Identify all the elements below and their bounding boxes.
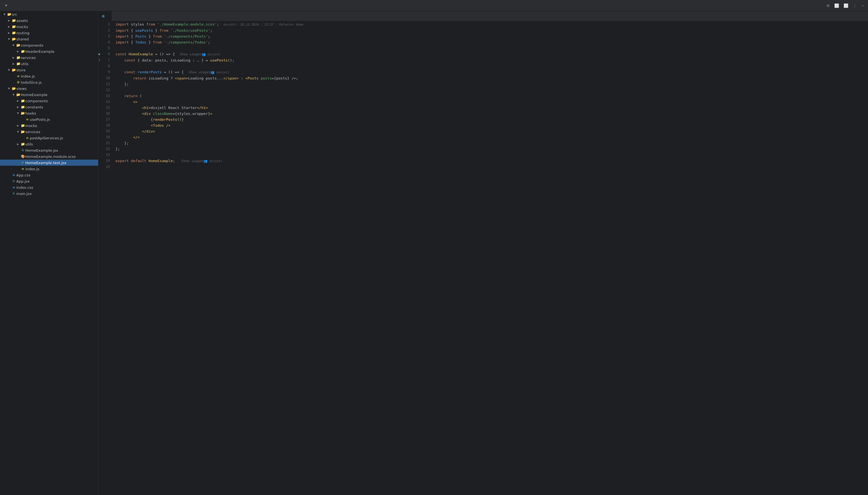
tree-item-label: HomeExample.jsx <box>25 148 58 153</box>
code-line-15: 15 <h1>dsvjetl React Starter</h1> <box>98 105 868 111</box>
tree-item-shared[interactable]: ▼📂shared <box>0 36 98 42</box>
line-content: return ( <box>116 93 862 99</box>
tree-item-label: mocks <box>25 124 37 128</box>
folder-closed-arrow[interactable]: ▶ <box>16 124 20 127</box>
tree-item-HomeExample-scss[interactable]: 🎨HomeExample.module.scss <box>0 153 98 159</box>
title-bar: ▼ ⚙ ⬜ ⬜ ⋮ − <box>0 0 868 11</box>
tree-item-HeaderExample[interactable]: ▶📁HeaderExample <box>0 48 98 54</box>
code-line-12: 12 <box>98 87 868 93</box>
code-line-9: 9 const renderPosts = () => { Show usage… <box>98 69 868 75</box>
folder-icon: 📁 <box>20 105 25 109</box>
tree-item-HomeExample-dir[interactable]: ▼📂HomeExample <box>0 91 98 98</box>
code-line-8: 8 <box>98 63 868 69</box>
layout-icon[interactable]: ⬜ <box>844 3 848 8</box>
folder-closed-arrow[interactable]: ▶ <box>16 106 20 108</box>
tree-item-constants[interactable]: ▶📁constants <box>0 104 98 110</box>
folder-closed-arrow[interactable]: ▶ <box>16 100 20 102</box>
line-number: 15 <box>103 105 116 111</box>
file-icon: ≡ <box>20 167 25 171</box>
folder-open-arrow[interactable]: ▼ <box>7 87 11 90</box>
tree-item-label: HeaderExample <box>25 49 54 54</box>
folder-open-arrow[interactable]: ▼ <box>7 38 11 40</box>
folder-open-arrow[interactable]: ▼ <box>7 69 11 71</box>
code-line-24: 24export default HomeExample; Show usage… <box>98 158 868 164</box>
tree-item-label: main.jsx <box>16 192 32 196</box>
code-line-2: 2import { usePosts } from './hooks/usePo… <box>98 28 868 33</box>
tree-item-HomeExample-test[interactable]: ✔HomeExample.test.jsx <box>0 159 98 166</box>
folder-open-arrow[interactable]: ▼ <box>16 112 20 115</box>
git-blame-info: dsvjetl, 20.12.2024., 22:57 · Refactor H… <box>223 23 304 27</box>
tree-item-src[interactable]: ▼📂src <box>0 11 98 17</box>
tree-item-components-home[interactable]: ▶📁components <box>0 98 98 104</box>
folder-open-arrow[interactable]: ▼ <box>11 44 16 47</box>
tree-item-HomeExample-jsx[interactable]: ⚛HomeExample.jsx <box>0 147 98 153</box>
folder-closed-arrow[interactable]: ▶ <box>16 50 20 53</box>
line-number: 24 <box>103 158 116 164</box>
tree-item-index-css[interactable]: ≡index.css <box>0 184 98 190</box>
tree-item-label: HomeExample <box>21 93 48 97</box>
folder-closed-arrow[interactable]: ▶ <box>16 143 20 146</box>
tree-item-index-home[interactable]: ≡index.js <box>0 166 98 172</box>
folder-closed-arrow[interactable]: ▶ <box>7 25 11 28</box>
tree-item-todoSlice[interactable]: ⚙todoSlice.js <box>0 79 98 85</box>
tree-item-label: constants <box>25 105 43 109</box>
tree-item-store[interactable]: ▼📂store <box>0 67 98 73</box>
folder-open-arrow[interactable]: ▼ <box>11 93 16 96</box>
folder-closed-arrow[interactable]: ▶ <box>11 62 16 65</box>
expand-icon[interactable]: ⬜ <box>834 3 839 8</box>
folder-closed-arrow[interactable]: ▶ <box>7 32 11 34</box>
tree-item-usePosts[interactable]: ≡usePosts.js <box>0 116 98 122</box>
code-line-25: 25 <box>98 164 868 170</box>
tree-item-hooks[interactable]: ▼📂hooks <box>0 110 98 116</box>
editor-tab-home-example[interactable]: ⚙ <box>98 11 112 21</box>
tree-item-mocks[interactable]: ▶📁mocks <box>0 23 98 30</box>
line-content: import styles from './HomeExample.module… <box>116 21 862 28</box>
code-line-7: J7 const { data: posts, isLoading : … } … <box>98 57 868 63</box>
more-icon[interactable]: ⋮ <box>853 3 857 8</box>
code-line-17: 17 {renderPosts()} <box>98 117 868 122</box>
code-editor[interactable]: 1import styles from './HomeExample.modul… <box>98 21 868 495</box>
tree-item-label: index.js <box>25 167 39 171</box>
line-content: import { Posts } from './components/Post… <box>116 33 862 39</box>
folder-icon: 📁 <box>20 99 25 103</box>
line-content: const { data: posts, isLoading : … } = u… <box>116 57 862 63</box>
tree-item-label: App.css <box>16 173 30 177</box>
code-line-13: 13 return ( <box>98 93 868 99</box>
gutter-icon: J <box>98 57 103 63</box>
tree-item-assets[interactable]: ▶📁assets <box>0 17 98 23</box>
tree-item-services[interactable]: ▶📁services <box>0 54 98 61</box>
folder-closed-arrow[interactable]: ▶ <box>7 19 11 22</box>
line-content: <> <box>116 99 862 105</box>
title-bar-left: ▼ <box>3 4 7 7</box>
file-tree-sidebar: ▼📂src▶📁assets▶📁mocks▶📁routing▼📂shared▼📂c… <box>0 11 98 495</box>
tree-item-App-jsx[interactable]: ⚛App.jsx <box>0 178 98 184</box>
tree-item-main-jsx[interactable]: ⚛main.jsx <box>0 190 98 197</box>
folder-closed-arrow[interactable]: ▶ <box>11 56 16 59</box>
settings-icon[interactable]: ⚙ <box>827 3 830 8</box>
tree-item-utils-shared[interactable]: ▶📁utils <box>0 61 98 67</box>
tree-item-components[interactable]: ▼📂components <box>0 42 98 48</box>
line-number: 2 <box>103 28 116 33</box>
line-number: 18 <box>103 122 116 129</box>
line-number: 20 <box>103 134 116 140</box>
line-number: 19 <box>103 129 116 134</box>
tree-item-routing[interactable]: ▶📁routing <box>0 30 98 36</box>
folder-open-arrow[interactable]: ▼ <box>16 130 20 133</box>
tree-item-postApiServices[interactable]: ≡postApiServices.js <box>0 135 98 141</box>
folder-open-arrow[interactable]: ▼ <box>2 13 7 16</box>
tree-item-services-home[interactable]: ▼📂services <box>0 129 98 135</box>
tree-item-index-js[interactable]: ≡index.js <box>0 73 98 79</box>
minimize-icon[interactable]: − <box>861 3 865 8</box>
tree-item-label: routing <box>16 31 29 35</box>
line-number: 3 <box>103 33 116 39</box>
tree-item-App-css[interactable]: ≡App.css <box>0 172 98 178</box>
code-line-23: 23 <box>98 152 868 158</box>
tree-item-mocks-home[interactable]: ▶📁mocks <box>0 122 98 129</box>
tree-item-label: HomeExample.module.scss <box>25 154 76 159</box>
folder-icon: 📁 <box>20 49 25 53</box>
tree-item-utils-home[interactable]: ▶📁utils <box>0 141 98 147</box>
code-line-10: 10 return isLoading ? <span>Loading post… <box>98 75 868 81</box>
tree-item-label: index.css <box>16 185 33 190</box>
tree-item-views[interactable]: ▼📂views <box>0 85 98 91</box>
line-content: <Todos /> <box>116 122 862 129</box>
